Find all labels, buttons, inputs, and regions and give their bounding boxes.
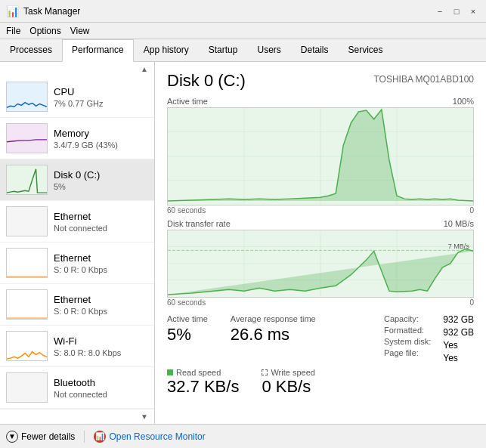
transfer-rate-section: Disk transfer rate 10 MB/s 7 MB/s [167,219,474,307]
active-time-svg [168,108,473,205]
main-content: ▲ CPU 7% 0.77 GHz Memory 3.4/ [0,62,486,424]
ethernet3-mini-graph [7,290,47,319]
scroll-down-arrow[interactable]: ▼ [138,411,151,422]
resource-monitor-icon: 📊 [94,431,106,443]
read-dot [167,369,173,375]
active-time-label: Active time [167,97,208,106]
avg-response-stat: Average response time 26.6 ms [231,314,316,363]
ethernet3-thumbnail [6,289,48,320]
scroll-down-area: ▼ [0,409,154,424]
detail-title: Disk 0 (C:) [167,71,246,91]
speed-row: Read speed 32.7 KB/s Write speed 0 KB/s [167,368,474,397]
tab-processes[interactable]: Processes [0,39,62,61]
title-bar-controls: − □ × [433,5,480,18]
menu-view[interactable]: View [70,26,90,36]
tab-services[interactable]: Services [339,39,393,61]
disk-label: Disk 0 (C:) 5% [54,169,100,191]
minimize-button[interactable]: − [433,5,447,18]
ethernet3-label: Ethernet S: 0 R: 0 Kbps [54,294,107,316]
wifi-thumbnail [6,331,48,361]
transfer-label-row: Disk transfer rate 10 MB/s [167,219,474,228]
sidebar-item-cpu[interactable]: CPU 7% 0.77 GHz [0,76,154,118]
formatted-value: 932 GB [443,327,474,338]
ethernet-disconnected-label: Ethernet Not connected [54,211,107,233]
menu-bar: File Options View [0,23,486,39]
sidebar-item-disk[interactable]: Disk 0 (C:) 5% [0,159,154,201]
transfer-time-labels: 60 seconds 0 [167,298,474,307]
memory-label: Memory 3.4/7.9 GB (43%) [54,128,118,150]
write-dot [262,369,268,375]
ethernet2-thumbnail [6,248,48,278]
page-file-label: Page file: [384,348,431,357]
fewer-details-label: Fewer details [21,431,75,442]
read-speed-item: Read speed 32.7 KB/s [167,368,239,397]
avg-response-label: Average response time [231,314,316,323]
menu-options[interactable]: Options [29,26,60,36]
right-stat-labels: Capacity: Formatted: System disk: Page f… [384,314,431,363]
sidebar-item-bluetooth[interactable]: Bluetooth Not connected [0,367,154,409]
resource-monitor-label: Open Resource Monitor [109,431,205,442]
bottom-divider [84,431,85,443]
memory-thumbnail [6,123,48,153]
disk-mini-graph [7,165,47,194]
bluetooth-thumbnail [6,372,48,403]
fewer-details-icon: ▼ [6,431,18,443]
menu-file[interactable]: File [6,26,20,36]
wifi-mini-graph [7,332,47,360]
bluetooth-label: Bluetooth Not connected [54,377,107,399]
tab-details[interactable]: Details [291,39,339,61]
resource-monitor-link[interactable]: 📊 Open Resource Monitor [94,431,205,443]
tab-performance[interactable]: Performance [62,39,134,62]
transfer-0: 0 [469,298,474,307]
close-button[interactable]: × [466,5,480,18]
sidebar-item-ethernet3[interactable]: Ethernet S: 0 R: 0 Kbps [0,284,154,326]
scroll-up-arrow[interactable]: ▲ [138,63,151,75]
tab-users[interactable]: Users [247,39,290,61]
write-speed-item: Write speed 0 KB/s [262,368,315,397]
right-stats: Capacity: Formatted: System disk: Page f… [384,314,474,363]
title-bar: 📊 Task Manager − □ × [0,0,486,23]
capacity-value: 932 GB [443,314,474,325]
detail-panel: Disk 0 (C:) TOSHIBA MQ01ABD100 Active ti… [155,62,486,424]
read-speed-label: Read speed [167,368,239,377]
sidebar-item-memory[interactable]: Memory 3.4/7.9 GB (43%) [0,118,154,159]
system-disk-value: Yes [443,340,474,351]
capacity-label: Capacity: [384,314,431,323]
active-time-time-labels: 60 seconds 0 [167,206,474,215]
fewer-details-button[interactable]: ▼ Fewer details [6,431,75,443]
transfer-graph: 7 MB/s [167,230,474,298]
app-title: Task Manager [23,6,80,17]
sidebar-item-wifi[interactable]: Wi-Fi S: 8.0 R: 8.0 Kbps [0,326,154,367]
write-speed-label: Write speed [262,368,315,377]
ethernet2-mini-graph [7,249,47,277]
scroll-up-area: ▲ [0,62,154,76]
maximize-button[interactable]: □ [450,5,463,18]
ethernet2-label: Ethernet S: 0 R: 0 Kbps [54,252,107,274]
formatted-label: Formatted: [384,326,431,335]
detail-model: TOSHIBA MQ01ABD100 [373,74,474,85]
bottom-bar: ▼ Fewer details 📊 Open Resource Monitor [0,424,486,448]
transfer-label: Disk transfer rate [167,219,231,228]
memory-mini-graph [7,124,47,153]
transfer-60s: 60 seconds [167,298,206,307]
tab-startup[interactable]: Startup [199,39,248,61]
write-speed-value: 0 KB/s [262,377,315,397]
sidebar-item-ethernet-disconnected[interactable]: Ethernet Not connected [0,201,154,243]
read-speed-value: 32.7 KB/s [167,377,239,397]
active-time-stat-label: Active time [167,314,208,323]
active-time-60s: 60 seconds [167,206,206,215]
sidebar-item-ethernet2[interactable]: Ethernet S: 0 R: 0 Kbps [0,243,154,284]
app-icon: 📊 [6,5,19,17]
avg-response-value: 26.6 ms [231,325,316,344]
active-time-stat: Active time 5% [167,314,208,363]
system-disk-label: System disk: [384,337,431,346]
cpu-thumbnail [6,82,48,112]
stats-row: Active time 5% Average response time 26.… [167,314,474,363]
wifi-label: Wi-Fi S: 8.0 R: 8.0 Kbps [54,335,121,357]
active-time-value: 5% [167,325,208,344]
active-time-graph [167,107,474,205]
tab-app-history[interactable]: App history [134,39,199,61]
cpu-label: CPU 7% 0.77 GHz [54,86,103,108]
transfer-svg: 7 MB/s [168,230,473,297]
detail-header: Disk 0 (C:) TOSHIBA MQ01ABD100 [167,71,474,91]
